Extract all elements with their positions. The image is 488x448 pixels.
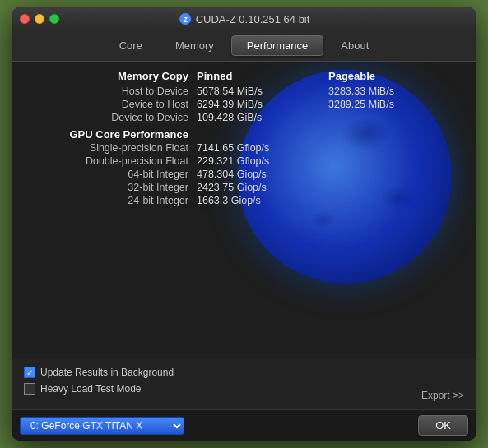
row-label-d2h: Device to Host (24, 99, 197, 110)
app-icon: Z (179, 12, 192, 25)
table-row: 24-bit Integer 1663.3 Giop/s (24, 195, 464, 206)
bottom-bar: ✓ Update Results in Background Heavy Loa… (12, 358, 476, 409)
device-select[interactable]: 0: GeForce GTX TITAN X (20, 417, 184, 435)
row-val1-dpf: 229.321 Gflop/s (197, 155, 328, 167)
tab-core[interactable]: Core (104, 35, 158, 56)
tab-memory[interactable]: Memory (160, 35, 230, 56)
gpu-section-header: GPU Core Performance (24, 128, 464, 141)
titlebar: Z CUDA-Z 0.10.251 64 bit (12, 7, 476, 30)
table-row: Device to Device 109.428 GiB/s (24, 112, 464, 123)
row-val2-d2d (328, 112, 460, 123)
close-button[interactable] (20, 14, 30, 24)
row-val1-32i: 2423.75 Giop/s (197, 182, 328, 193)
row-label-spf: Single-precision Float (24, 142, 197, 154)
export-button[interactable]: Export >> (421, 390, 464, 401)
checkbox-background-label: Update Results in Background (40, 367, 174, 378)
gpu-section-label: GPU Core Performance (24, 128, 197, 141)
row-label-64i: 64-bit Integer (24, 169, 197, 180)
table-row: Device to Host 6294.39 MiB/s 3289.25 MiB… (24, 99, 464, 110)
checkbox-heavy-label: Heavy Load Test Mode (40, 383, 142, 395)
performance-table: Memory Copy Pinned Pageable Host to Devi… (12, 62, 476, 216)
tab-performance[interactable]: Performance (231, 35, 323, 56)
row-label-d2d: Device to Device (24, 112, 197, 123)
status-bar: 0: GeForce GTX TITAN X OK (12, 409, 476, 441)
row-label-h2d: Host to Device (24, 85, 197, 97)
row-val2-h2d: 3283.33 MiB/s (328, 85, 460, 97)
checkbox-background[interactable]: ✓ (24, 367, 35, 378)
col-pinned: Pinned (197, 70, 328, 82)
row-val1-24i: 1663.3 Giop/s (197, 195, 328, 206)
row-val2-d2h: 3289.25 MiB/s (328, 99, 460, 110)
main-window: Z CUDA-Z 0.10.251 64 bit Core Memory Per… (12, 7, 476, 441)
content-area: Memory Copy Pinned Pageable Host to Devi… (12, 62, 476, 358)
table-row: 64-bit Integer 478.304 Giop/s (24, 169, 464, 180)
tab-bar: Core Memory Performance About (12, 30, 476, 62)
row-val1-h2d: 5678.54 MiB/s (197, 85, 328, 97)
table-row: Double-precision Float 229.321 Gflop/s (24, 155, 464, 167)
row-val1-d2h: 6294.39 MiB/s (197, 99, 328, 110)
svg-text:Z: Z (183, 16, 188, 24)
checkbox-row-heavy[interactable]: Heavy Load Test Mode (24, 383, 174, 395)
table-row: Host to Device 5678.54 MiB/s 3283.33 MiB… (24, 85, 464, 97)
table-row: 32-bit Integer 2423.75 Giop/s (24, 182, 464, 193)
row-label-32i: 32-bit Integer (24, 182, 197, 193)
maximize-button[interactable] (49, 14, 59, 24)
table-header: Memory Copy Pinned Pageable (24, 70, 464, 82)
col-label: Memory Copy (24, 70, 197, 82)
row-val1-64i: 478.304 Giop/s (197, 169, 328, 180)
title-text: CUDA-Z 0.10.251 64 bit (196, 13, 310, 25)
window-title: Z CUDA-Z 0.10.251 64 bit (179, 12, 310, 25)
checkbox-row-background[interactable]: ✓ Update Results in Background (24, 367, 174, 378)
col-pageable: Pageable (328, 70, 460, 82)
tab-about[interactable]: About (325, 35, 384, 56)
row-val1-spf: 7141.65 Gflop/s (197, 142, 328, 154)
checkbox-heavy[interactable] (24, 383, 35, 395)
row-label-dpf: Double-precision Float (24, 155, 197, 167)
table-row: Single-precision Float 7141.65 Gflop/s (24, 142, 464, 154)
minimize-button[interactable] (35, 14, 44, 24)
traffic-lights (20, 14, 59, 24)
row-label-24i: 24-bit Integer (24, 195, 197, 206)
checkbox-group: ✓ Update Results in Background Heavy Loa… (24, 367, 174, 395)
ok-button[interactable]: OK (418, 415, 468, 436)
row-val1-d2d: 109.428 GiB/s (197, 112, 328, 123)
